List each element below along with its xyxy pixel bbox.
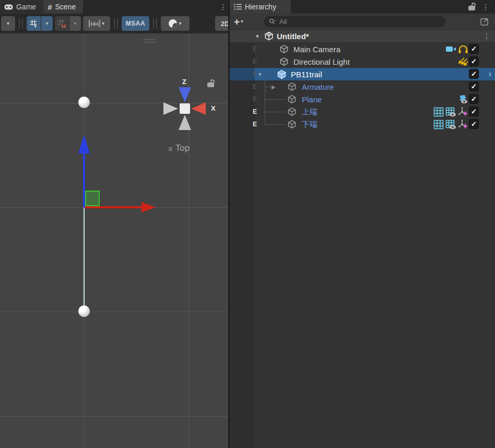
menu-bars-icon: ≡ — [168, 144, 173, 153]
unity-editor: Game # Scene ⋮ ▾ Y ▾ — [0, 0, 495, 448]
lock-icon[interactable] — [468, 3, 475, 10]
row-badges — [457, 57, 468, 66]
skinned-mesh-renderer-icon[interactable] — [458, 95, 468, 104]
active-checkbox[interactable]: ✓ — [469, 69, 479, 79]
row-main-camera[interactable]: E Main Camera ✓ — [230, 43, 495, 55]
mesh-renderer-icon[interactable] — [445, 107, 456, 117]
chevron-down-icon: ▾ — [241, 19, 243, 24]
view-orientation-label: Top — [175, 143, 190, 154]
mesh-filter-icon[interactable] — [433, 120, 444, 129]
mesh-renderer-icon[interactable] — [445, 120, 456, 129]
trail-renderer-icon[interactable] — [457, 107, 468, 117]
orientation-gizmo-back-cone[interactable] — [179, 115, 191, 130]
grid-y-icon: Y — [30, 20, 38, 28]
sphere-handle-top[interactable] — [78, 97, 90, 108]
active-checkbox[interactable]: ✓ — [469, 56, 479, 66]
gameobject-cube-icon — [287, 120, 297, 129]
gizmo-axis-x-arrow[interactable] — [142, 202, 156, 213]
row-label: PB11trail — [291, 70, 322, 79]
scene-tabbar: Game # Scene ⋮ — [0, 0, 228, 14]
row-pb11trail[interactable]: E ▼ PB11trail ✓ › — [230, 68, 495, 80]
e-badge: E — [252, 96, 258, 103]
search-input[interactable] — [279, 18, 441, 26]
gizmo-axis-z-arrow[interactable] — [78, 135, 90, 154]
directional-light-icon[interactable] — [457, 57, 468, 66]
row-badges — [458, 95, 468, 104]
gizmo-plane-handle[interactable] — [85, 191, 100, 206]
unity-scene-icon — [264, 31, 274, 41]
grid-line — [0, 312, 228, 312]
gameobject-cube-icon — [287, 95, 297, 104]
search-box[interactable] — [264, 16, 445, 27]
row-directional-light[interactable]: E Directional Light ✓ — [230, 55, 495, 68]
row-label: Plane — [302, 95, 322, 104]
orientation-gizmo-left-cone[interactable] — [163, 102, 178, 115]
grid-visibility-toggle[interactable]: Y — [27, 16, 41, 31]
fold-open-icon[interactable]: ▼ — [255, 33, 264, 39]
fold-closed-icon[interactable]: ▶ — [272, 84, 280, 90]
row-shangduan[interactable]: E 上端 ✓ — [230, 105, 495, 118]
2d-label: 2D — [221, 20, 228, 28]
prefab-open-chevron-icon[interactable]: › — [489, 69, 491, 79]
tab-hierarchy[interactable]: Hierarchy — [230, 0, 291, 14]
snap-increment-dropdown[interactable]: ▾ — [83, 16, 110, 31]
tab-scene[interactable]: # Scene — [43, 0, 83, 14]
active-checkbox[interactable]: ✓ — [469, 81, 479, 91]
headphones-icon[interactable] — [458, 45, 468, 54]
chevron-down-icon: ▾ — [179, 21, 181, 26]
scene-pane-menu-icon[interactable]: ⋮ — [218, 0, 228, 14]
plus-icon: + — [234, 17, 240, 27]
open-search-window-icon[interactable] — [478, 16, 491, 28]
row-armature[interactable]: E ▶ Armature ✓ — [230, 80, 495, 93]
tab-hierarchy-label: Hierarchy — [245, 3, 276, 11]
row-plane[interactable]: E Plane ✓ — [230, 93, 495, 105]
2d-view-toggle[interactable]: 2D — [215, 16, 228, 31]
trail-renderer-icon[interactable] — [457, 120, 468, 129]
scene-grid-icon: # — [48, 3, 52, 11]
row-label: 下端 — [302, 120, 317, 129]
create-object-button[interactable]: + ▾ — [230, 17, 246, 27]
overlay-handle[interactable] — [144, 39, 156, 43]
scene-row-untitled[interactable]: ▼ Untitled* ⋮ — [230, 30, 495, 43]
row-label: 上端 — [302, 107, 317, 117]
active-checkbox[interactable]: ✓ — [469, 44, 479, 54]
tab-game-label: Game — [16, 3, 36, 11]
shading-mode-dropdown[interactable]: ▾ — [161, 16, 190, 31]
grid-visibility-dropdown[interactable]: ▾ — [41, 16, 53, 31]
gameobject-cube-icon — [279, 57, 289, 66]
active-checkbox[interactable]: ✓ — [469, 119, 479, 129]
hierarchy-rows: E Main Camera ✓ E — [230, 43, 495, 131]
orientation-gizmo-center[interactable] — [180, 103, 190, 114]
hierarchy-tab-tools: ⋮ — [468, 0, 495, 14]
hierarchy-pane: Hierarchy ⋮ + ▾ — [230, 0, 495, 448]
camera-icon[interactable] — [445, 45, 457, 53]
active-checkbox[interactable]: ✓ — [469, 94, 479, 104]
row-xiaduan[interactable]: E 下端 ✓ — [230, 118, 495, 131]
gizmo-lock-icon[interactable] — [207, 80, 214, 87]
orientation-gizmo-z-cone[interactable] — [179, 87, 191, 102]
shading-mode-icon — [169, 19, 177, 28]
gizmo-axis-x-line[interactable] — [85, 206, 142, 208]
row-label: Main Camera — [293, 45, 340, 54]
view-options-dropdown[interactable]: ▾ — [1, 16, 15, 31]
scene-viewport[interactable]: Z X ≡ Top — [0, 33, 228, 448]
tab-game[interactable]: Game — [0, 0, 43, 14]
mesh-filter-icon[interactable] — [433, 107, 444, 117]
view-orientation-menu[interactable]: ≡ Top — [168, 143, 190, 154]
grid-snapping-dropdown[interactable]: ▾ — [69, 16, 81, 31]
grid-snapping-toggle[interactable] — [55, 16, 69, 31]
msaa-toggle[interactable]: MSAA — [122, 16, 149, 31]
scene-toolbar: ▾ Y ▾ ▾ — [0, 14, 228, 33]
chevron-down-icon: ▾ — [45, 21, 48, 26]
chevron-down-icon: ▾ — [74, 21, 76, 26]
row-badges — [433, 107, 468, 117]
chevron-down-icon: ▾ — [7, 21, 9, 26]
orientation-gizmo-x-cone[interactable] — [191, 102, 206, 115]
hierarchy-pane-menu-icon[interactable]: ⋮ — [480, 0, 491, 14]
fold-open-icon[interactable]: ▼ — [257, 72, 266, 77]
sphere-handle-bottom[interactable] — [78, 305, 90, 317]
active-checkbox[interactable]: ✓ — [469, 107, 479, 116]
scene-row-menu-icon[interactable]: ⋮ — [481, 29, 492, 43]
scene-name: Untitled* — [277, 32, 309, 41]
e-badge: E — [252, 121, 258, 128]
